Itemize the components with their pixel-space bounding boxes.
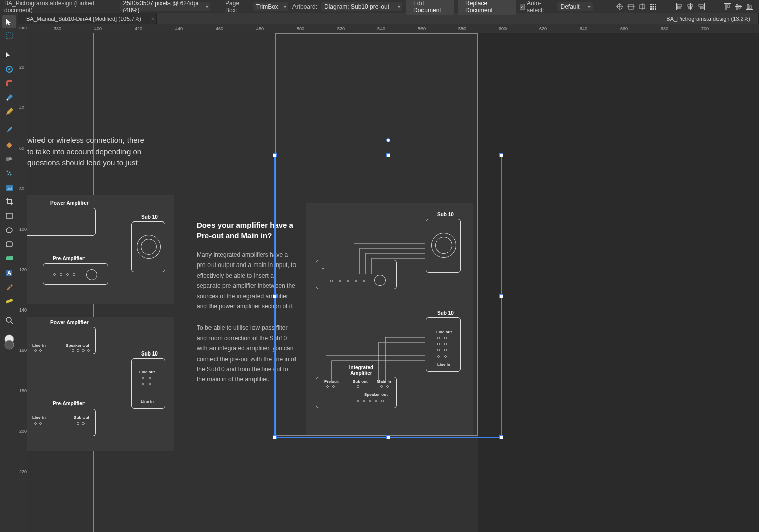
tools-panel: A <box>0 13 18 532</box>
svg-point-57 <box>5 340 14 349</box>
ruler-vertical: 20 40 60 80 100 120 140 160 180 200 220 <box>18 33 27 532</box>
svg-point-39 <box>9 157 12 160</box>
svg-rect-33 <box>750 6 751 9</box>
tab-manual[interactable]: BA_Manual_Sub10-DinA4 [Modified] (105.7%… <box>18 13 157 24</box>
crop-tool[interactable] <box>2 195 16 208</box>
svg-rect-12 <box>655 6 656 7</box>
shape-tool[interactable] <box>2 252 16 265</box>
svg-rect-26 <box>725 5 727 9</box>
align-vcenter-icon[interactable] <box>733 2 744 12</box>
svg-point-37 <box>7 99 8 101</box>
align-bottom-icon[interactable] <box>744 2 755 12</box>
diagram-left-1: Power Amplifier Pre-Amplifier Sub 10 <box>27 195 174 304</box>
align-center-icon[interactable] <box>614 2 625 12</box>
brush-tool[interactable] <box>2 124 16 138</box>
svg-rect-46 <box>6 213 12 218</box>
rotation-handle[interactable] <box>386 138 390 142</box>
color-swatch[interactable] <box>2 333 16 351</box>
edit-document-button[interactable]: Edit Document <box>406 0 454 15</box>
svg-rect-34 <box>6 33 12 39</box>
stage: wired or wireless connection, there to t… <box>27 33 759 532</box>
svg-rect-8 <box>653 4 654 5</box>
svg-line-55 <box>11 322 13 324</box>
selection-handle-ne[interactable] <box>499 153 503 157</box>
align-hcenter-icon[interactable] <box>685 2 696 12</box>
image-tool[interactable] <box>2 181 16 194</box>
selection-handle-nw[interactable] <box>273 153 277 157</box>
intro-text: wired or wireless connection, there to t… <box>27 135 144 169</box>
svg-rect-48 <box>6 242 12 247</box>
replace-document-button[interactable]: Replace Document <box>458 0 516 15</box>
svg-rect-50 <box>9 256 13 260</box>
point-transform-tool[interactable] <box>2 63 16 76</box>
pagebox-label: Page Box: <box>225 0 249 14</box>
pencil-tool[interactable] <box>2 105 16 118</box>
artistic-text-tool[interactable]: A <box>2 266 16 279</box>
svg-rect-10 <box>650 6 652 7</box>
dimensions-dropdown[interactable]: 2580x3507 pixels @ 624dpi (48%) <box>120 2 210 11</box>
svg-point-43 <box>10 174 12 176</box>
svg-rect-7 <box>650 4 652 5</box>
selection-handle-s[interactable] <box>386 435 390 439</box>
tab-pictograms[interactable]: BA_Pictrograms.afdesign (13.2%) <box>658 13 759 24</box>
close-icon[interactable]: × <box>151 16 154 22</box>
selection-handle-e[interactable] <box>499 294 503 298</box>
rounded-rect-tool[interactable] <box>2 238 16 251</box>
eyedropper-tool[interactable] <box>2 280 16 293</box>
selection-handle-sw[interactable] <box>273 435 277 439</box>
zoom-tool[interactable] <box>2 314 16 327</box>
svg-text:A: A <box>7 270 11 276</box>
svg-rect-27 <box>728 5 729 8</box>
align-left-icon[interactable] <box>673 2 685 12</box>
artboard-label: Artboard: <box>292 3 317 10</box>
align-group-2 <box>673 2 707 12</box>
move-tool[interactable] <box>2 15 16 28</box>
grid-icon[interactable] <box>648 2 659 12</box>
svg-point-42 <box>8 174 9 175</box>
smudge-tool[interactable] <box>2 153 16 166</box>
ruler-horizontal: mm 380 400 420 440 460 480 500 520 540 5… <box>18 24 759 33</box>
align-group-3 <box>722 2 755 12</box>
svg-point-36 <box>8 68 10 70</box>
svg-rect-11 <box>653 6 654 7</box>
align-vmiddle-icon[interactable] <box>637 2 648 12</box>
checkbox-icon: ✓ <box>520 4 525 10</box>
svg-rect-15 <box>655 8 656 10</box>
svg-point-54 <box>6 317 11 322</box>
align-top-icon[interactable] <box>722 2 733 12</box>
pen-tool[interactable] <box>2 91 16 104</box>
svg-point-40 <box>7 171 8 172</box>
fill-tool[interactable] <box>2 139 16 152</box>
svg-rect-32 <box>747 4 749 9</box>
ellipse-tool[interactable] <box>2 224 16 237</box>
svg-rect-53 <box>6 299 13 303</box>
svg-rect-24 <box>700 7 703 9</box>
svg-rect-14 <box>653 8 654 10</box>
selection-handle-n[interactable] <box>386 153 390 157</box>
svg-rect-23 <box>699 5 703 6</box>
diagram-left-2: Power Amplifier Line in Speaker out Sub … <box>27 317 174 451</box>
rectangle-tool[interactable] <box>2 209 16 223</box>
auto-select-checkbox[interactable]: ✓ Auto-select: <box>520 0 554 14</box>
align-group-1 <box>614 2 659 12</box>
svg-rect-9 <box>655 4 656 5</box>
artboard-dropdown[interactable]: Diagram: Sub10 pre-out <box>321 2 402 11</box>
document-tabs: BA_Manual_Sub10-DinA4 [Modified] (105.7%… <box>0 13 759 24</box>
node-tool[interactable] <box>2 49 16 62</box>
align-right-icon[interactable] <box>696 2 707 12</box>
auto-select-dropdown[interactable]: Default <box>557 2 593 11</box>
spray-tool[interactable] <box>2 167 16 180</box>
canvas[interactable]: mm 380 400 420 440 460 480 500 520 540 5… <box>18 24 759 532</box>
corner-tool[interactable] <box>2 77 16 90</box>
selection-box[interactable] <box>274 155 502 438</box>
marquee-tool[interactable] <box>2 29 16 42</box>
selection-handle-se[interactable] <box>499 435 503 439</box>
svg-rect-13 <box>650 8 652 10</box>
measure-tool[interactable] <box>2 294 16 307</box>
linked-doc-name: BA_Pictrograms.afdesign (Linked document… <box>4 0 105 14</box>
context-toolbar: BA_Pictrograms.afdesign (Linked document… <box>0 0 759 13</box>
pagebox-dropdown[interactable]: TrimBox <box>253 2 288 11</box>
align-hmiddle-icon[interactable] <box>625 2 637 12</box>
svg-rect-17 <box>677 5 682 6</box>
selection-handle-w[interactable] <box>273 294 277 298</box>
